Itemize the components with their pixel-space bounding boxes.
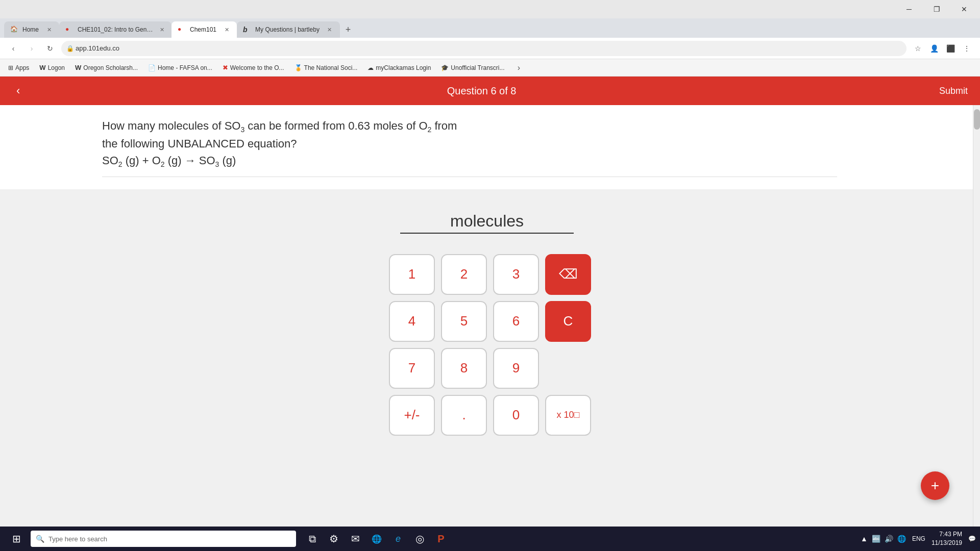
lang-indicator: ENG — [912, 535, 925, 542]
tabs-bar: 🏠 Home ✕ ● CHE101_02: Intro to General C… — [0, 18, 980, 38]
so3-subscript: 3 — [240, 126, 244, 134]
apps-icon: ⊞ — [8, 64, 13, 71]
back-nav-button[interactable]: ‹ — [6, 41, 20, 56]
bookmark-fafsa[interactable]: 📄 Home - FAFSA on... — [144, 62, 216, 73]
minimize-button[interactable]: ─ — [897, 0, 921, 18]
tab-chem101-title: Chem101 — [190, 26, 216, 33]
tab-che101[interactable]: ● CHE101_02: Intro to General Che... ✕ — [59, 21, 172, 38]
chrome-taskbar-icon[interactable]: ◎ — [409, 527, 430, 551]
powerpoint-taskbar-icon[interactable]: P — [431, 527, 451, 551]
tab-bartleby-favicon: b — [243, 26, 251, 34]
tab-che101-favicon: ● — [65, 26, 74, 34]
question-counter: Question 6 of 8 — [24, 85, 939, 97]
bookmark-apps[interactable]: ⊞ Apps — [4, 62, 33, 73]
taskbar-right: ▲ 🔤 🔊 🌐 ENG 7:43 PM 11/13/2019 💬 — [861, 530, 976, 547]
key-3[interactable]: 3 — [493, 254, 539, 295]
address-icons: ☆ 👤 ⬛ ⋮ — [911, 41, 974, 56]
key-9[interactable]: 9 — [493, 348, 539, 389]
extensions-icon[interactable]: ⬛ — [943, 41, 958, 56]
clackamas-icon: ☁ — [368, 64, 374, 71]
main-scroll-area: How many molecules of SO3 can be formed … — [0, 105, 980, 527]
bookmark-national[interactable]: 🏅 The National Soci... — [290, 62, 362, 73]
bookmark-logon[interactable]: W Logon — [35, 62, 69, 73]
o2-eq-sub: 2 — [161, 161, 165, 169]
tab-bartleby-title: My Questions | bartleby — [255, 26, 320, 33]
task-view-icon[interactable]: ⧉ — [302, 527, 323, 551]
tab-chem101[interactable]: ● Chem101 ✕ — [172, 21, 237, 38]
url-input[interactable] — [61, 41, 906, 56]
tab-home[interactable]: 🏠 Home ✕ — [4, 21, 59, 38]
bookmark-fafsa-label: Home - FAFSA on... — [158, 64, 212, 71]
restore-button[interactable]: ❐ — [925, 0, 948, 18]
key-1[interactable]: 1 — [389, 254, 435, 295]
key-plusminus[interactable]: +/- — [389, 395, 435, 436]
ie-taskbar-icon[interactable]: e — [388, 527, 408, 551]
network-icon[interactable]: 🌐 — [897, 535, 906, 543]
url-container: 🔒 — [61, 41, 906, 56]
fab-button[interactable]: + — [921, 471, 949, 500]
back-button[interactable]: ‹ — [12, 80, 24, 102]
tab-chem101-close[interactable]: ✕ — [223, 26, 231, 34]
o2-subscript: 2 — [428, 126, 432, 134]
scroll-thumb — [974, 109, 980, 130]
key-7[interactable]: 7 — [389, 348, 435, 389]
transcript-icon: 🎓 — [441, 64, 449, 71]
close-button[interactable]: ✕ — [952, 0, 976, 18]
profile-icon[interactable]: 👤 — [927, 41, 941, 56]
bookmarks-more-button[interactable]: › — [513, 62, 525, 74]
key-exponent[interactable]: x 10□ — [545, 395, 591, 436]
so3-eq-sub: 3 — [215, 161, 219, 169]
start-button[interactable]: ⊞ — [4, 527, 29, 551]
key-8[interactable]: 8 — [441, 348, 487, 389]
bookmark-star-icon[interactable]: ☆ — [911, 41, 925, 56]
mail-taskbar-icon[interactable]: ✉ — [345, 527, 365, 551]
key-clear[interactable]: C — [545, 301, 591, 342]
tab-bartleby[interactable]: b My Questions | bartleby ✕ — [237, 21, 340, 38]
keyboard-icon[interactable]: 🔤 — [872, 535, 880, 543]
menu-icon[interactable]: ⋮ — [960, 41, 974, 56]
national-icon: 🏅 — [295, 64, 302, 71]
tab-home-favicon: 🏠 — [10, 26, 18, 34]
submit-button[interactable]: Submit — [939, 86, 968, 96]
bookmark-transcript[interactable]: 🎓 Unofficial Transcri... — [437, 62, 508, 73]
answer-input[interactable] — [400, 210, 574, 234]
fab-icon: + — [931, 478, 939, 494]
sys-icons: ▲ 🔤 🔊 🌐 — [861, 535, 906, 543]
key-6[interactable]: 6 — [493, 301, 539, 342]
taskbar-search[interactable]: 🔍 Type here to search — [31, 531, 296, 547]
bookmark-transcript-label: Unofficial Transcri... — [451, 64, 504, 71]
key-backspace[interactable]: ⌫ — [545, 254, 591, 295]
date-text: 11/13/2019 — [932, 539, 962, 547]
bookmark-national-label: The National Soci... — [304, 64, 358, 71]
bookmark-clackamas[interactable]: ☁ myClackamas Login — [363, 62, 435, 73]
taskbar: ⊞ 🔍 Type here to search ⧉ ⚙ ✉ 🌐 e ◎ P ▲ … — [0, 527, 980, 551]
bookmark-welcome-label: Welcome to the O... — [230, 64, 284, 71]
volume-icon[interactable]: 🔊 — [885, 535, 893, 543]
settings-taskbar-icon[interactable]: ⚙ — [324, 527, 344, 551]
tab-bartleby-close[interactable]: ✕ — [326, 26, 334, 34]
key-decimal[interactable]: . — [441, 395, 487, 436]
windows-icon: ⊞ — [12, 533, 21, 545]
tab-home-close[interactable]: ✕ — [45, 26, 53, 34]
notification-icon[interactable]: 💬 — [968, 535, 976, 542]
tab-che101-close[interactable]: ✕ — [159, 26, 165, 34]
logon-icon: W — [39, 64, 45, 71]
edge-taskbar-icon[interactable]: 🌐 — [366, 527, 387, 551]
key-0[interactable]: 0 — [493, 395, 539, 436]
tab-home-title: Home — [22, 26, 39, 33]
bookmark-welcome[interactable]: ✖ Welcome to the O... — [218, 62, 288, 73]
address-bar: ‹ › ↻ 🔒 ☆ 👤 ⬛ ⋮ — [0, 38, 980, 59]
key-2[interactable]: 2 — [441, 254, 487, 295]
key-4[interactable]: 4 — [389, 301, 435, 342]
oregon-icon: W — [75, 64, 81, 71]
scroll-indicator[interactable] — [973, 105, 980, 527]
bookmark-oregon[interactable]: W Oregon Scholarsh... — [71, 62, 142, 73]
chevron-up-icon[interactable]: ▲ — [861, 535, 868, 543]
bookmark-logon-label: Logon — [48, 64, 65, 71]
fafsa-icon: 📄 — [148, 64, 156, 71]
question-block: How many molecules of SO3 can be formed … — [0, 105, 980, 189]
reload-button[interactable]: ↻ — [43, 41, 57, 56]
new-tab-button[interactable]: + — [340, 21, 356, 38]
forward-nav-button[interactable]: › — [24, 41, 39, 56]
key-5[interactable]: 5 — [441, 301, 487, 342]
